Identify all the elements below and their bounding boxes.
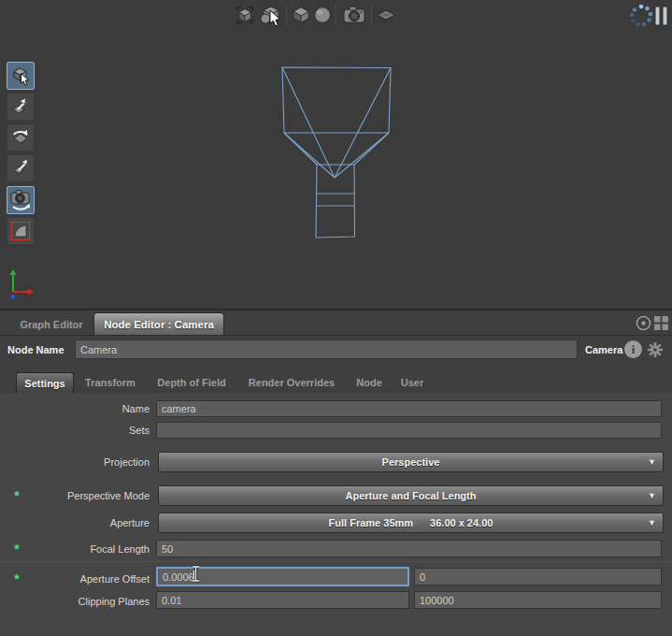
tab-node[interactable]: Node xyxy=(351,377,387,388)
clipping-far-input[interactable] xyxy=(414,591,662,609)
clipping-planes-label: Clipping Planes xyxy=(0,596,150,607)
viewport[interactable] xyxy=(0,0,672,309)
projection-dropdown[interactable]: Perspective ▼ xyxy=(158,452,664,472)
tab-graph-editor[interactable]: Graph Editor xyxy=(11,319,92,330)
perspective-mode-value: Aperture and Focal Length xyxy=(346,490,477,501)
chevron-down-icon: ▼ xyxy=(648,457,656,467)
info-icon[interactable]: i xyxy=(624,340,642,358)
grid-layout-icon[interactable] xyxy=(653,315,669,331)
chevron-down-icon: ▼ xyxy=(648,518,656,528)
focal-length-label: Focal Length xyxy=(0,543,150,555)
aperture-preset-name: Full Frame 35mm xyxy=(329,517,413,528)
focal-length-input[interactable] xyxy=(156,540,662,557)
chevron-down-icon: ▼ xyxy=(648,491,656,500)
application-window: Graph Editor Node Editor : Camera Node N… xyxy=(0,0,672,636)
tab-transform[interactable]: Transform xyxy=(82,377,138,388)
node-name-input[interactable] xyxy=(75,340,578,359)
perspective-mode-label: Perspective Mode xyxy=(0,490,150,501)
aperture-label: Aperture xyxy=(0,517,150,528)
gear-icon[interactable] xyxy=(646,340,665,359)
axis-gizmo xyxy=(10,269,35,299)
tab-user[interactable]: User xyxy=(396,377,428,388)
clipping-near-input[interactable] xyxy=(156,591,409,609)
tab-render-overrides[interactable]: Render Overrides xyxy=(243,377,340,388)
tabstrip-divider xyxy=(0,335,672,336)
target-icon[interactable] xyxy=(636,315,651,331)
tab-settings[interactable]: Settings xyxy=(16,372,74,393)
row-separator xyxy=(0,561,672,562)
sets-input[interactable] xyxy=(156,422,662,439)
tab-node-editor[interactable]: Node Editor : Camera xyxy=(93,312,224,335)
name-label: Name xyxy=(0,403,150,414)
perspective-mode-dropdown[interactable]: Aperture and Focal Length ▼ xyxy=(158,485,664,506)
node-name-label: Node Name xyxy=(7,344,64,355)
aperture-offset-y-input[interactable] xyxy=(414,568,662,585)
mouse-cursor-ibeam xyxy=(190,565,202,583)
node-type-label: Camera xyxy=(585,344,622,355)
aperture-dropdown[interactable]: Full Frame 35mm 36.00 x 24.00 ▼ xyxy=(158,513,664,533)
camera-wireframe xyxy=(282,67,391,238)
tab-depth-of-field[interactable]: Depth of Field xyxy=(151,377,232,388)
aperture-size: 36.00 x 24.00 xyxy=(430,517,493,528)
projection-value: Perspective xyxy=(382,456,440,468)
sets-label: Sets xyxy=(0,425,150,436)
projection-label: Projection xyxy=(0,456,150,468)
name-input[interactable] xyxy=(156,400,662,417)
aperture-offset-label: Aperture Offset xyxy=(0,573,150,585)
